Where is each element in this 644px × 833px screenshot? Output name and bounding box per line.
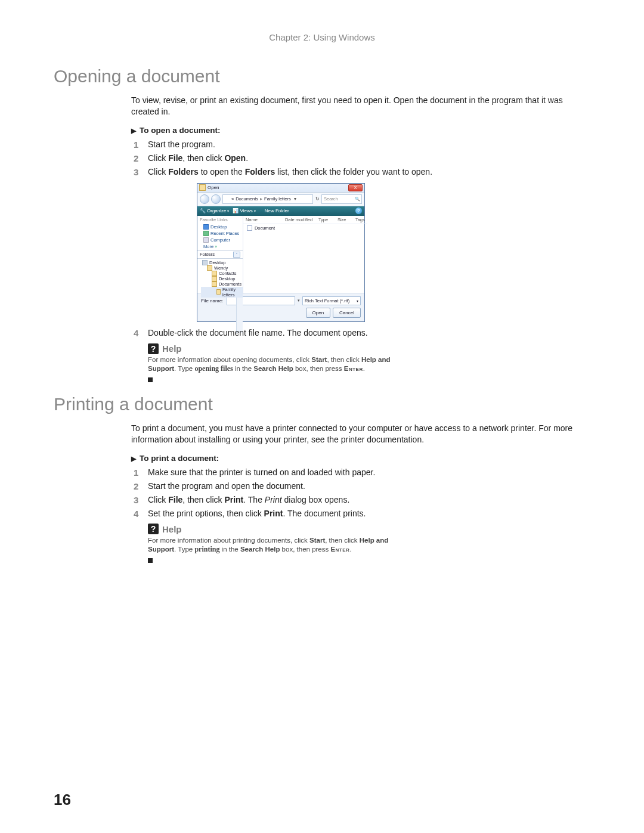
favorite-links-header: Favorite Links xyxy=(197,216,243,224)
new-folder-button[interactable]: New Folder xyxy=(259,208,289,213)
help-label: Help xyxy=(162,524,182,535)
more-link[interactable]: More » xyxy=(197,243,243,250)
breadcrumb[interactable]: « Documents▸ Family letters ▾ xyxy=(222,194,313,204)
back-button[interactable] xyxy=(200,194,209,204)
step-text: Start the program. xyxy=(148,140,215,149)
tree-desktop2[interactable]: Desktop xyxy=(201,276,243,281)
fav-desktop[interactable]: Desktop xyxy=(197,224,243,230)
steps-open-cont: 4Double-click the document file name. Th… xyxy=(131,327,590,339)
steps-open: 1Start the program. 2 Click File, then c… xyxy=(131,138,590,178)
procedure-title-open: To open a document: xyxy=(131,126,590,135)
section-title-printing: Printing a document xyxy=(54,394,590,414)
step-text: Click Folders to open the Folders list, … xyxy=(148,167,432,176)
chapter-header: Chapter 2: Using Windows xyxy=(54,32,590,42)
close-button[interactable]: X xyxy=(348,184,363,191)
step-text: Set the print options, then click Print.… xyxy=(148,509,366,518)
forward-button[interactable] xyxy=(211,194,221,204)
tree-contacts[interactable]: Contacts xyxy=(201,271,243,276)
step-text: Double-click the document file name. The… xyxy=(148,328,368,337)
fav-recent-places[interactable]: Recent Places xyxy=(197,230,243,237)
search-input[interactable]: Search xyxy=(321,194,362,204)
folder-icon xyxy=(259,209,264,213)
end-marker xyxy=(148,558,153,563)
tree-family-letters[interactable]: Family letters xyxy=(201,287,243,298)
organize-menu[interactable]: 🔧 Organize ▾ xyxy=(200,208,229,213)
section-title-opening: Opening a document xyxy=(54,66,590,86)
open-button[interactable]: Open xyxy=(306,308,331,318)
end-marker xyxy=(148,377,153,382)
tree-documents[interactable]: Documents xyxy=(201,281,243,287)
dialog-title: Open xyxy=(208,185,348,190)
file-item[interactable]: Document xyxy=(247,225,364,231)
section-intro-printing: To print a document, you must have a pri… xyxy=(131,423,590,445)
views-menu[interactable]: 📊 Views ▾ xyxy=(233,208,255,213)
cancel-button[interactable]: Cancel xyxy=(333,308,361,318)
fav-computer[interactable]: Computer xyxy=(197,237,243,243)
step-text: Make sure that the printer is turned on … xyxy=(148,467,375,477)
filename-label: File name: xyxy=(201,298,223,304)
folder-icon xyxy=(199,184,206,191)
page-number: 16 xyxy=(54,791,71,809)
tree-desktop[interactable]: Desktop xyxy=(201,260,243,265)
help-icon: ? xyxy=(148,524,159,534)
procedure-title-print: To print a document: xyxy=(131,454,590,463)
help-box-opening: ? Help For more information about openin… xyxy=(148,343,410,374)
tree-wendy[interactable]: Wendy xyxy=(201,265,243,271)
filetype-dropdown[interactable]: Rich Text Format (*.rtf)▾ xyxy=(302,296,361,305)
folders-header[interactable]: Folders xyxy=(200,252,215,257)
column-headers[interactable]: Name Date modified Type Size Tags xyxy=(243,216,367,224)
folder-icon xyxy=(225,197,230,202)
help-icon[interactable]: ? xyxy=(355,208,362,214)
steps-print: 1Make sure that the printer is turned on… xyxy=(131,466,590,520)
help-label: Help xyxy=(162,343,182,355)
folders-collapse-icon[interactable]: ˇ xyxy=(233,252,240,258)
step-text: Click File, then click Open. xyxy=(148,153,248,163)
section-intro-opening: To view, revise, or print an existing do… xyxy=(131,95,590,117)
step-text: Start the program and open the document. xyxy=(148,481,305,491)
document-icon xyxy=(247,225,252,231)
step-text: Click File, then click Print. The Print … xyxy=(148,495,349,504)
open-dialog-screenshot: Open X « Documents▸ Family letters ▾ ↻ S… xyxy=(197,183,590,322)
help-icon: ? xyxy=(148,343,159,354)
refresh-icon[interactable]: ↻ xyxy=(315,196,320,202)
help-box-printing: ? Help For more information about printi… xyxy=(148,524,410,555)
